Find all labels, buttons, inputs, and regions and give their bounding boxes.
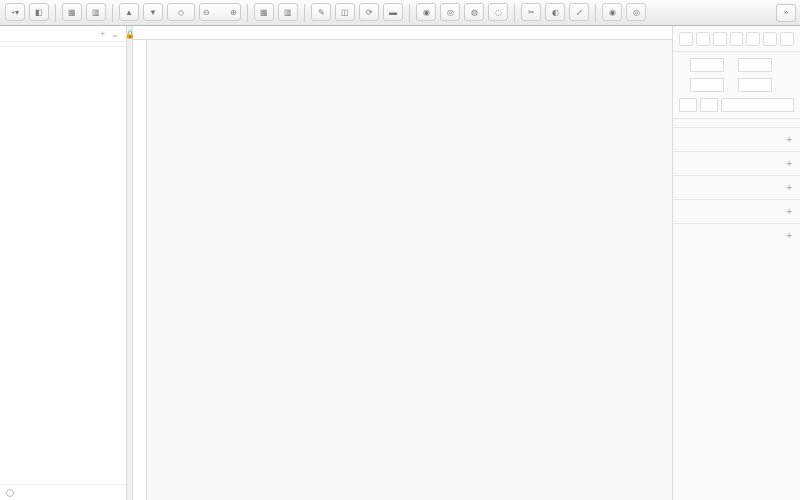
ruler-horizontal bbox=[133, 26, 672, 40]
align-middle-button[interactable] bbox=[746, 32, 760, 46]
inner-shadows-section[interactable]: + bbox=[673, 199, 800, 223]
union-button[interactable]: ◉ bbox=[416, 3, 436, 21]
size-row bbox=[673, 78, 800, 98]
shadows-section[interactable]: + bbox=[673, 175, 800, 199]
transform-button[interactable]: ◫ bbox=[335, 3, 355, 21]
blurs-section[interactable]: + bbox=[673, 223, 800, 247]
ungroup2-button[interactable]: ▥ bbox=[278, 3, 298, 21]
rotate-input[interactable] bbox=[721, 98, 794, 112]
ruler-vertical bbox=[133, 40, 147, 500]
ungroup-button[interactable]: ▥ bbox=[86, 3, 106, 21]
canvas-area bbox=[133, 26, 672, 500]
scale-button[interactable]: ⤢ bbox=[569, 3, 589, 21]
align-right-button[interactable] bbox=[713, 32, 727, 46]
h-input[interactable] bbox=[738, 78, 772, 92]
fills-section[interactable]: + bbox=[673, 127, 800, 151]
rotate-button[interactable]: ⟳ bbox=[359, 3, 379, 21]
group2-button[interactable]: ▦ bbox=[254, 3, 274, 21]
backward-button[interactable]: ▼ bbox=[143, 3, 163, 21]
mask-button[interactable]: ◐ bbox=[545, 3, 565, 21]
align-center-button[interactable] bbox=[696, 32, 710, 46]
toolbar-overflow-button[interactable]: » bbox=[776, 4, 796, 22]
align-bottom-button[interactable] bbox=[763, 32, 777, 46]
align-left-button[interactable] bbox=[679, 32, 693, 46]
y-input[interactable] bbox=[738, 58, 772, 72]
group-button[interactable]: ▦ bbox=[62, 3, 82, 21]
inspector-panel: + + + + + bbox=[672, 26, 800, 500]
distribute-button[interactable] bbox=[780, 32, 794, 46]
flatten-button[interactable]: ▬ bbox=[383, 3, 403, 21]
left-sidebar: +⌄ bbox=[0, 26, 127, 500]
scissors-button[interactable]: ✂ bbox=[521, 3, 541, 21]
filter-icon bbox=[6, 489, 14, 497]
difference-button[interactable]: ◌ bbox=[488, 3, 508, 21]
zoom-field[interactable]: ⊖⊕ bbox=[199, 3, 241, 21]
data-button[interactable]: ◧ bbox=[29, 3, 49, 21]
union2-button[interactable]: ◉ bbox=[602, 3, 622, 21]
add-shadow-icon[interactable]: + bbox=[786, 182, 792, 193]
position-row bbox=[673, 52, 800, 78]
main-toolbar: +▾ ◧ ▦ ▥ ▲ ▼ ◇ ⊖⊕ ▦ ▥ ✎ ◫ ⟳ ▬ ◉ ◎ ◍ ◌ ✂ … bbox=[0, 0, 800, 26]
pages-header: +⌄ bbox=[0, 26, 126, 42]
w-input[interactable] bbox=[690, 78, 724, 92]
subtract-button[interactable]: ◎ bbox=[440, 3, 460, 21]
style-header bbox=[673, 118, 800, 127]
canvas[interactable] bbox=[147, 40, 672, 500]
insert-button[interactable]: +▾ bbox=[5, 3, 25, 21]
flip-h-button[interactable] bbox=[679, 98, 697, 112]
intersect-button[interactable]: ◍ bbox=[464, 3, 484, 21]
add-page-icon[interactable]: + bbox=[98, 29, 108, 39]
create-symbol-button[interactable]: ◇ bbox=[167, 3, 195, 21]
add-blur-icon[interactable]: + bbox=[786, 230, 792, 241]
inspector-align-row bbox=[673, 26, 800, 52]
subtract2-button[interactable]: ◎ bbox=[626, 3, 646, 21]
forward-button[interactable]: ▲ bbox=[119, 3, 139, 21]
add-border-icon[interactable]: + bbox=[786, 158, 792, 169]
align-top-button[interactable] bbox=[730, 32, 744, 46]
x-input[interactable] bbox=[690, 58, 724, 72]
edit-button[interactable]: ✎ bbox=[311, 3, 331, 21]
add-fill-icon[interactable]: + bbox=[786, 134, 792, 145]
pages-menu-icon[interactable]: ⌄ bbox=[110, 29, 120, 39]
layers-list bbox=[0, 46, 126, 484]
filter-field[interactable] bbox=[0, 484, 126, 500]
flip-v-button[interactable] bbox=[700, 98, 718, 112]
borders-section[interactable]: + bbox=[673, 151, 800, 175]
add-inner-shadow-icon[interactable]: + bbox=[786, 206, 792, 217]
transform-row bbox=[673, 98, 800, 118]
